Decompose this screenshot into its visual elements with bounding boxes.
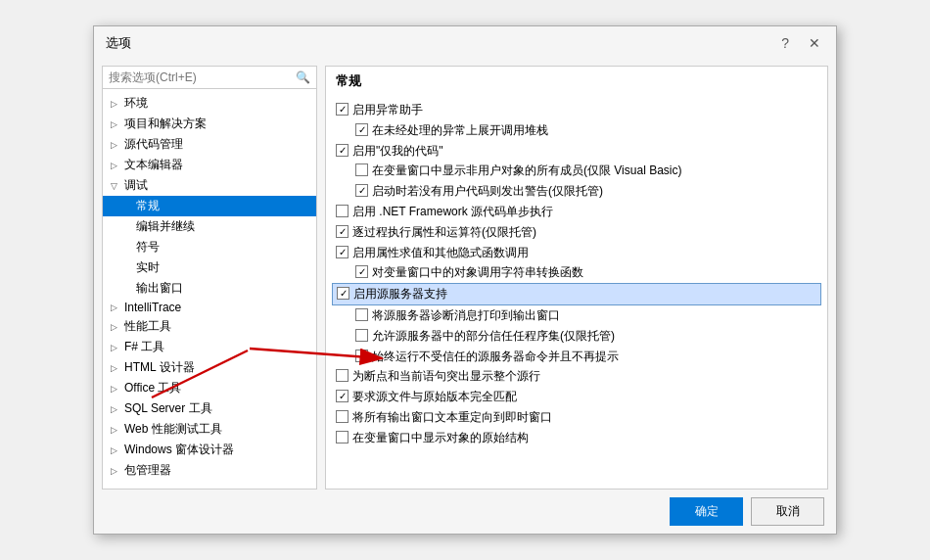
option-row-opt9: 对变量窗口中的对象调用字符串转换函数	[336, 262, 817, 283]
tree-item-baoguan[interactable]: ▷包管理器	[103, 460, 316, 481]
option-label-opt10: 启用源服务器支持	[353, 286, 816, 303]
checkbox-opt15[interactable]	[336, 390, 349, 402]
tree-arrow-yuandaima: ▷	[111, 140, 124, 150]
option-row-opt10: 启用源服务器支持	[332, 283, 821, 305]
tree-item-xingneng[interactable]: ▷性能工具	[103, 316, 316, 337]
option-label-opt11: 将源服务器诊断消息打印到输出窗口	[372, 307, 817, 324]
tree-area: ▷环境▷项目和解决方案▷源代码管理▷文本编辑器▽调试常规编辑并继续符号实时输出窗…	[103, 89, 316, 489]
search-box: 🔍	[103, 67, 316, 89]
option-row-opt3: 启用"仅我的代码"	[336, 141, 817, 162]
checkbox-opt3[interactable]	[336, 144, 349, 157]
option-row-opt5: 启动时若没有用户代码则发出警告(仅限托管)	[336, 181, 817, 202]
checkbox-opt4[interactable]	[355, 163, 368, 176]
option-label-opt8: 启用属性求值和其他隐式函数调用	[352, 245, 817, 261]
tree-arrow-xiangmu: ▷	[111, 119, 124, 129]
tree-label-office: Office 工具	[124, 380, 181, 397]
option-row-opt8: 启用属性求值和其他隐式函数调用	[336, 243, 817, 263]
search-input[interactable]	[109, 70, 296, 84]
tree-arrow-baoguan: ▷	[111, 466, 124, 476]
option-label-opt5: 启动时若没有用户代码则发出警告(仅限托管)	[372, 183, 817, 200]
option-label-opt4: 在变量窗口中显示非用户对象的所有成员(仅限 Visual Basic)	[372, 163, 817, 179]
left-panel: 🔍 ▷环境▷项目和解决方案▷源代码管理▷文本编辑器▽调试常规编辑并继续符号实时输…	[102, 66, 317, 490]
tree-label-shishi: 实时	[136, 259, 160, 276]
option-label-opt3: 启用"仅我的代码"	[352, 143, 817, 160]
checkbox-opt10[interactable]	[337, 287, 349, 300]
checkbox-opt7[interactable]	[336, 225, 349, 238]
checkbox-opt6[interactable]	[336, 205, 349, 217]
tree-item-office[interactable]: ▷Office 工具	[103, 378, 316, 398]
option-label-opt2: 在未经处理的异常上展开调用堆栈	[372, 122, 817, 139]
tree-item-wenben[interactable]: ▷文本编辑器	[103, 155, 316, 175]
option-label-opt15: 要求源文件与原始版本完全匹配	[352, 389, 817, 405]
checkbox-opt9[interactable]	[355, 265, 368, 278]
tree-item-fuhao[interactable]: 符号	[103, 237, 316, 257]
checkbox-opt8[interactable]	[336, 246, 349, 258]
tree-item-yuandaima[interactable]: ▷源代码管理	[103, 134, 316, 155]
option-row-opt6: 启用 .NET Framework 源代码单步执行	[336, 202, 817, 222]
checkbox-opt13[interactable]	[355, 350, 368, 362]
checkbox-opt1[interactable]	[336, 103, 349, 116]
tree-item-windows[interactable]: ▷Windows 窗体设计器	[103, 440, 316, 460]
right-content: 启用异常助手在未经处理的异常上展开调用堆栈启用"仅我的代码"在变量窗口中显示非用…	[326, 96, 827, 489]
option-row-opt13: 始终运行不受信任的源服务器命令并且不再提示	[336, 347, 817, 367]
tree-label-yuandaima: 源代码管理	[124, 136, 183, 153]
tree-arrow-tiaoshi: ▽	[111, 181, 124, 191]
option-row-opt11: 将源服务器诊断消息打印到输出窗口	[336, 305, 817, 326]
tree-item-fsharp[interactable]: ▷F# 工具	[103, 337, 316, 357]
right-panel: 常规 启用异常助手在未经处理的异常上展开调用堆栈启用"仅我的代码"在变量窗口中显…	[325, 66, 828, 490]
tree-label-sql: SQL Server 工具	[124, 400, 212, 417]
option-row-opt17: 在变量窗口中显示对象的原始结构	[336, 428, 817, 448]
option-row-opt1: 启用异常助手	[336, 100, 817, 120]
tree-label-xingneng: 性能工具	[124, 318, 171, 335]
tree-item-changgui[interactable]: 常规	[103, 196, 316, 216]
tree-label-fuhao: 符号	[136, 239, 160, 256]
ok-button[interactable]: 确定	[670, 497, 743, 526]
tree-item-intellitrace[interactable]: ▷IntelliTrace	[103, 299, 316, 316]
tree-arrow-office: ▷	[111, 384, 124, 394]
cancel-button[interactable]: 取消	[751, 497, 824, 526]
tree-arrow-sql: ▷	[111, 404, 124, 414]
tree-label-intellitrace: IntelliTrace	[124, 301, 181, 314]
tree-label-huanjing: 环境	[124, 95, 148, 112]
checkbox-opt12[interactable]	[355, 329, 368, 342]
tree-label-changgui: 常规	[136, 198, 160, 214]
close-button[interactable]: ✕	[805, 34, 824, 52]
tree-item-web[interactable]: ▷Web 性能测试工具	[103, 419, 316, 440]
tree-item-shuchuchuangkou[interactable]: 输出窗口	[103, 278, 316, 299]
checkbox-opt14[interactable]	[336, 369, 349, 382]
options-dialog: 选项 ? ✕ 🔍 ▷环境▷项目和解决方案▷源代码管理▷文本编辑器▽调试常规编辑并…	[93, 25, 837, 535]
option-label-opt12: 允许源服务器中的部分信任任程序集(仅限托管)	[372, 328, 817, 345]
tree-label-wenben: 文本编辑器	[124, 157, 183, 173]
search-icon: 🔍	[296, 70, 310, 84]
option-row-opt4: 在变量窗口中显示非用户对象的所有成员(仅限 Visual Basic)	[336, 161, 817, 181]
tree-label-windows: Windows 窗体设计器	[124, 442, 234, 458]
tree-item-sql[interactable]: ▷SQL Server 工具	[103, 398, 316, 419]
help-button[interactable]: ?	[777, 34, 793, 52]
tree-item-shishi[interactable]: 实时	[103, 257, 316, 278]
tree-label-web: Web 性能测试工具	[124, 421, 222, 438]
tree-label-baoguan: 包管理器	[124, 462, 171, 479]
tree-item-html[interactable]: ▷HTML 设计器	[103, 357, 316, 378]
dialog-title: 选项	[106, 34, 131, 52]
checkbox-opt11[interactable]	[355, 308, 368, 321]
title-bar: 选项 ? ✕	[94, 26, 836, 58]
checkbox-opt16[interactable]	[336, 410, 349, 423]
right-panel-title: 常规	[326, 67, 827, 96]
checkbox-opt5[interactable]	[355, 184, 368, 197]
tree-arrow-intellitrace: ▷	[111, 303, 124, 312]
checkbox-opt2[interactable]	[355, 123, 368, 136]
tree-item-tiaoshi[interactable]: ▽调试	[103, 175, 316, 196]
checkbox-opt17[interactable]	[336, 431, 349, 443]
option-label-opt9: 对变量窗口中的对象调用字符串转换函数	[372, 264, 817, 281]
tree-arrow-html: ▷	[111, 363, 124, 373]
option-label-opt1: 启用异常助手	[352, 102, 817, 118]
tree-arrow-huanjing: ▷	[111, 99, 124, 109]
tree-item-huanjing[interactable]: ▷环境	[103, 93, 316, 114]
tree-item-bianji[interactable]: 编辑并继续	[103, 216, 316, 237]
tree-arrow-windows: ▷	[111, 445, 124, 455]
option-label-opt17: 在变量窗口中显示对象的原始结构	[352, 430, 817, 446]
tree-arrow-fsharp: ▷	[111, 343, 124, 352]
tree-label-xiangmu: 项目和解决方案	[124, 116, 207, 132]
option-label-opt16: 将所有输出窗口文本重定向到即时窗口	[352, 409, 817, 426]
tree-item-xiangmu[interactable]: ▷项目和解决方案	[103, 114, 316, 134]
